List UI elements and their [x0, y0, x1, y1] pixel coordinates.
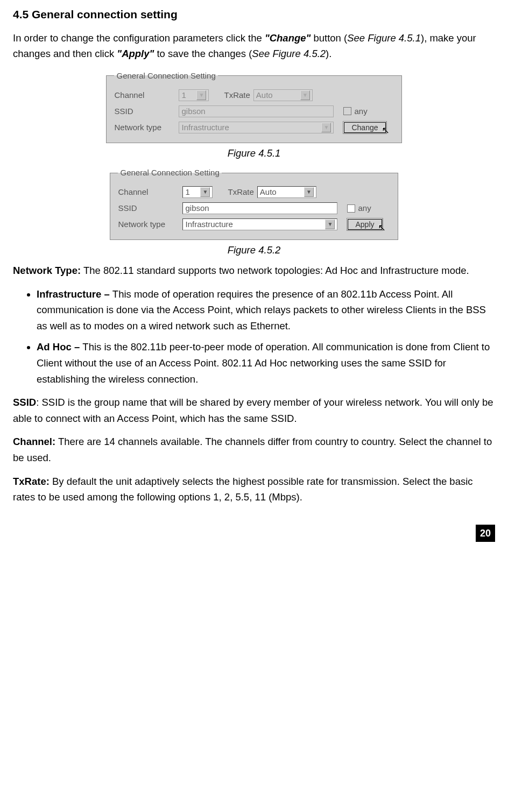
txrate-head: TxRate: [13, 476, 50, 487]
chevron-down-icon: ▼ [300, 90, 310, 100]
intro-text-5: ). [326, 48, 331, 59]
ssid-label: SSID [114, 105, 179, 118]
chevron-down-icon[interactable]: ▼ [304, 187, 314, 197]
network-type-value: Infrastructure [185, 218, 232, 230]
ssid-value: gibson [181, 105, 205, 117]
channel-select: 1 ▼ [179, 89, 209, 101]
network-type-text: The 802.11 standard supports two network… [81, 265, 469, 276]
any-label: any [358, 202, 371, 215]
list-item: Ad Hoc – This is the 802.11b peer-to-pee… [37, 339, 495, 387]
adhoc-text: This is the 802.11b peer-to-peer mode of… [37, 341, 490, 384]
intro-seefig2: See Figure 4.5.2 [252, 48, 326, 59]
dialog-fig-452: General Connection Setting Channel 1 ▼ T… [110, 166, 398, 240]
any-checkbox [343, 107, 351, 115]
network-type-paragraph: Network Type: The 802.11 standard suppor… [13, 263, 495, 279]
dialog-legend: General Connection Setting [114, 69, 217, 82]
channel-select[interactable]: 1 ▼ [182, 186, 213, 198]
network-type-select[interactable]: Infrastructure ▼ [182, 218, 337, 230]
ssid-value: gibson [185, 202, 209, 214]
network-type-select: Infrastructure ▼ [179, 122, 334, 133]
txrate-text: By default the unit adaptively selects t… [13, 476, 473, 503]
intro-text-2: button ( [311, 32, 347, 44]
intro-seefig1: See Figure 4.5.1 [347, 32, 421, 44]
txrate-select: Auto ▼ [253, 89, 313, 101]
ssid-label: SSID [118, 202, 182, 215]
channel-paragraph: Channel: There are 14 channels available… [13, 434, 495, 465]
section-heading: 4.5 General connection setting [13, 5, 495, 24]
network-type-label: Network type [118, 218, 182, 231]
intro-paragraph: In order to change the configuration par… [13, 30, 495, 62]
change-button[interactable]: Change [343, 122, 386, 133]
dialog-legend: General Connection Setting [118, 166, 221, 179]
txrate-paragraph: TxRate: By default the unit adaptively s… [13, 474, 495, 505]
chevron-down-icon: ▼ [321, 123, 331, 132]
intro-text-4: to save the changes ( [154, 48, 252, 59]
txrate-select[interactable]: Auto ▼ [257, 186, 316, 198]
network-type-label: Network type [114, 121, 179, 134]
figure-caption-452: Figure 4.5.2 [13, 242, 495, 258]
intro-apply-word: "Apply" [117, 48, 154, 59]
page-number: 20 [476, 525, 495, 542]
channel-head: Channel: [13, 436, 55, 447]
ssid-paragraph: SSID: SSID is the group name that will b… [13, 394, 495, 426]
ssid-input: gibson [179, 105, 334, 117]
dialog-fig-451: General Connection Setting Channel 1 ▼ T… [106, 69, 401, 143]
any-checkbox[interactable] [347, 204, 355, 213]
txrate-label: TxRate [224, 89, 250, 102]
ssid-input[interactable]: gibson [182, 202, 337, 214]
channel-value: 1 [185, 186, 189, 198]
txrate-value: Auto [260, 186, 277, 198]
list-item: Infrastructure – This mode of operation … [37, 286, 495, 334]
channel-text: There are 14 channels available. The cha… [13, 436, 492, 463]
txrate-label: TxRate [228, 186, 253, 199]
ssid-text: : SSID is the group name that will be sh… [13, 397, 493, 424]
any-label: any [354, 105, 367, 118]
ssid-head: SSID [13, 397, 36, 408]
channel-label: Channel [118, 186, 182, 199]
infrastructure-head: Infrastructure – [37, 288, 112, 300]
figure-caption-451: Figure 4.5.1 [13, 145, 495, 161]
chevron-down-icon[interactable]: ▼ [200, 187, 210, 197]
txrate-value: Auto [256, 89, 273, 101]
intro-change-word: "Change" [265, 32, 311, 44]
adhoc-head: Ad Hoc – [37, 341, 82, 352]
channel-label: Channel [114, 89, 179, 102]
apply-button[interactable]: Apply [347, 218, 382, 230]
network-type-head: Network Type: [13, 265, 81, 276]
network-type-value: Infrastructure [181, 122, 229, 133]
network-type-list: Infrastructure – This mode of operation … [13, 286, 495, 387]
channel-value: 1 [181, 89, 186, 101]
chevron-down-icon: ▼ [196, 90, 206, 100]
intro-text-1: In order to change the configuration par… [13, 32, 265, 44]
chevron-down-icon[interactable]: ▼ [325, 220, 335, 229]
